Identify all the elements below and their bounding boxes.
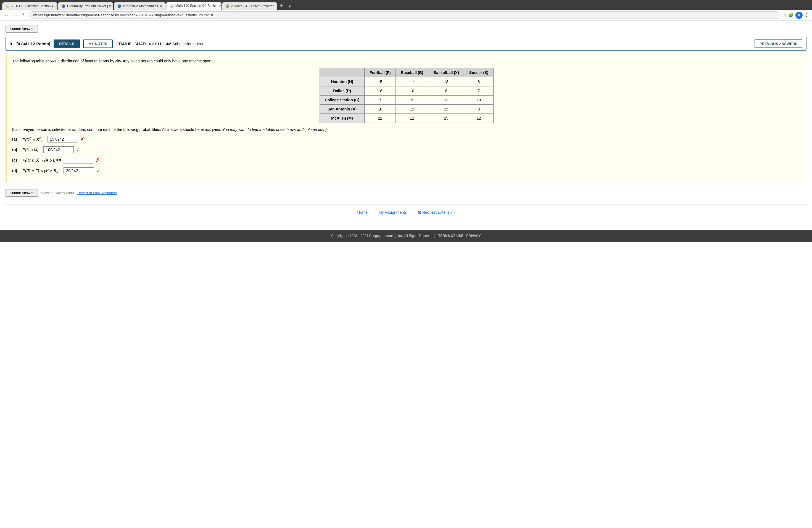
houston-baseball: 11 (396, 77, 429, 86)
dallas-soccer: 7 (464, 86, 493, 96)
tab-interactive-icon: 🔵 (117, 4, 121, 8)
part-b-label: (b) (12, 147, 20, 152)
prob-part-a: (a) P(DC ∩ SC) = ✗ * (12, 136, 801, 143)
sa-baseball: 12 (396, 105, 429, 114)
extension-link[interactable]: ⊞ Request Extension (418, 210, 455, 215)
prob-hint: (Hint: You may want to find the totals o… (212, 127, 327, 132)
cs-soccer: 10 (464, 96, 493, 105)
extension-plus-icon: ⊞ (418, 210, 421, 215)
profile-avatar[interactable]: A (795, 12, 802, 19)
tab-bar: 📐 VIDEO – Finishing Section 4- ✕ 🔵 Proba… (0, 2, 812, 10)
row-mcallen: McAllen (M) (320, 114, 364, 123)
revert-link[interactable]: Revert to Last Response (77, 191, 117, 195)
part-c-input[interactable] (63, 157, 93, 163)
url-input[interactable] (29, 11, 781, 19)
col-header-basketball: Basketball (X) (429, 68, 464, 77)
dallas-baseball: 10 (396, 86, 429, 96)
details-tab[interactable]: DETAILS (54, 40, 80, 48)
mcallen-football: 22 (365, 114, 396, 123)
privacy-link[interactable]: PRIVACY (466, 234, 481, 238)
assignments-link[interactable]: My Assignments (379, 210, 407, 215)
footer-links: Home My Assignments ⊞ Request Extension (5, 204, 807, 220)
row-dallas: Dallas (D) (320, 86, 364, 96)
tab-more-button[interactable]: ▼ (286, 3, 294, 10)
copyright-bar: Copyright © 1998 – 2024 Cengage Learning… (0, 230, 812, 241)
part-a-expr: P(DC ∩ SC) = (20, 137, 46, 142)
tab-video-icon: 📐 (6, 4, 10, 8)
tab-interactive-label: Interactive Mathematics (123, 4, 158, 8)
divider: | (434, 234, 436, 238)
houston-football: 15 (365, 77, 396, 86)
dallas-football: 18 (365, 86, 396, 96)
part-c-label: (c) (12, 158, 20, 162)
points-display: [0.84/1.12 Points] (17, 41, 50, 46)
star-icon[interactable]: ☆ (783, 12, 787, 18)
sa-soccer: 8 (464, 105, 493, 114)
row-college-station: College Station (C) (320, 96, 364, 105)
part-d-status-icon: ✓ (96, 167, 100, 174)
table-header-row: Football (F) Baseball (B) Basketball (X)… (320, 68, 493, 77)
part-b-status-icon: ✓ (76, 147, 80, 153)
part-b-input[interactable] (43, 146, 74, 153)
sa-football: 18 (365, 105, 396, 114)
refresh-button[interactable]: ↻ (21, 11, 27, 19)
part-c-status-icon: ✗ (96, 157, 100, 163)
tab-math140-label: Math 140 Section 4.2 Basics (175, 4, 217, 8)
prob-part-d: (d) P((D ∩ F) ∪ (M ∩ B)) = ✓ (12, 167, 801, 174)
back-button[interactable]: ← (3, 12, 10, 19)
address-bar: ← → ↻ ☆ 🧩 A ⋮ (0, 10, 812, 21)
tab-math140[interactable]: 📊 Math 140 Section 4.2 Basics ✕ (166, 2, 221, 10)
tab-aimath-close[interactable]: ✕ (276, 4, 277, 8)
houston-basketball: 13 (429, 77, 464, 86)
new-tab-button[interactable]: + (278, 2, 285, 10)
table-row: College Station (C) 7 9 13 10 (320, 96, 493, 105)
tab-math140-close[interactable]: ✕ (219, 4, 221, 8)
part-a-label: (a) (12, 137, 20, 142)
prob-part-b: (b) P(X ∪ M) = ✓ (12, 146, 801, 153)
tab-prob-label: Probability Problem Solver | V (67, 4, 111, 8)
tab-prob-icon: 🔵 (62, 4, 66, 8)
terms-link[interactable]: TERMS OF USE (438, 234, 463, 238)
mcallen-soccer: 12 (464, 114, 493, 123)
tab-video-close[interactable]: ✕ (56, 4, 57, 8)
assignment-id: TAMUBUSMATH 4.2.011. (118, 42, 163, 46)
browser-chrome: 📐 VIDEO – Finishing Section 4- ✕ 🔵 Proba… (0, 0, 812, 10)
table-row: Dallas (D) 18 10 8 7 (320, 86, 493, 96)
address-bar-icons: ☆ 🧩 A ⋮ (783, 12, 809, 19)
part-c-expr: P((C ∪ B) ∩ (A ∪ B)) = (20, 158, 61, 162)
question-text: The following table shows a distribution… (12, 58, 801, 64)
extension-icon[interactable]: 🧩 (788, 12, 794, 18)
tab-prob-close[interactable]: ✕ (113, 4, 113, 8)
houston-soccer: 8 (464, 77, 493, 86)
part-a-input[interactable] (47, 136, 78, 143)
col-header-soccer: Soccer (S) (464, 68, 493, 77)
question-number: 9. (10, 41, 13, 46)
tab-aimath-label: AI Math GPT Solver Powered (231, 4, 275, 8)
menu-icon[interactable]: ⋮ (804, 12, 809, 18)
part-d-input[interactable] (63, 167, 94, 174)
part-d-expr: P((D ∩ F) ∪ (M ∩ B)) = (20, 168, 62, 173)
submit-answer-bottom[interactable]: Submit Answer (5, 189, 38, 196)
tab-video[interactable]: 📐 VIDEO – Finishing Section 4- ✕ (2, 2, 57, 10)
mcallen-baseball: 11 (396, 114, 429, 123)
forward-button[interactable]: → (12, 12, 19, 19)
copyright-text: Copyright © 1998 – 2024 Cengage Learning… (331, 234, 433, 238)
saving-notice: Viewing Saved Work (41, 191, 74, 195)
tab-interactive[interactable]: 🔵 Interactive Mathematics ✕ (114, 2, 166, 10)
part-b-expr: P(X ∪ M) = (20, 147, 42, 152)
notes-tab[interactable]: MY NOTES (83, 40, 113, 48)
tab-math140-icon: 📊 (170, 4, 174, 8)
previous-answers-button[interactable]: PREVIOUS ANSWERS (755, 40, 802, 48)
sa-basketball: 15 (429, 105, 464, 114)
part-a-asterisk: * (84, 137, 86, 142)
tab-probability[interactable]: 🔵 Probability Problem Solver | V ✕ (58, 2, 113, 10)
tab-aimath[interactable]: 🟢 AI Math GPT Solver Powered ✕ (222, 2, 277, 10)
tab-interactive-close[interactable]: ✕ (160, 4, 162, 8)
prob-intro: If a surveyed person is selected at rand… (12, 127, 801, 133)
table-row: McAllen (M) 22 11 15 12 (320, 114, 493, 123)
probability-section: If a surveyed person is selected at rand… (12, 127, 801, 174)
submit-answer-top[interactable]: Submit Answer (5, 25, 38, 33)
page-content: Submit Answer 9. [0.84/1.12 Points] DETA… (0, 21, 812, 224)
home-link[interactable]: Home (358, 210, 367, 215)
extension-label: Request Extension (422, 210, 455, 215)
